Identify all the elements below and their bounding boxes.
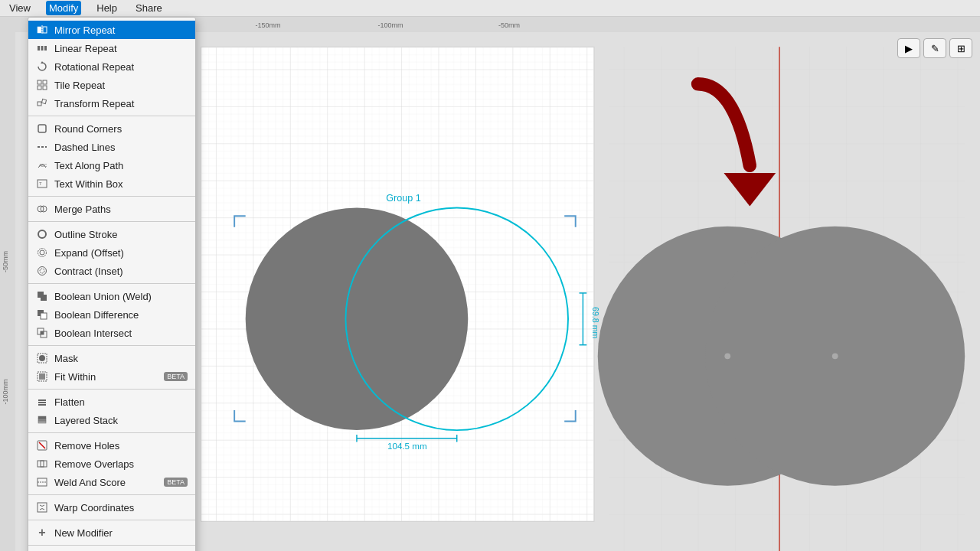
remove-holes-label: Remove Holes	[54, 440, 188, 452]
svg-rect-8	[43, 80, 47, 84]
menu-item-linear-repeat[interactable]: Linear Repeat	[28, 39, 195, 57]
menu-item-fit-within[interactable]: Fit Within BETA	[28, 367, 195, 386]
svg-rect-36	[38, 402, 46, 403]
toolbar-pen-btn[interactable]: ✎	[923, 38, 946, 58]
menu-modify[interactable]: Modify	[46, 1, 81, 15]
svg-point-22	[38, 267, 47, 276]
separator-2	[28, 196, 195, 197]
merge-paths-label: Merge Paths	[54, 204, 188, 215]
transform-repeat-icon	[36, 97, 48, 109]
menu-item-mask[interactable]: Mask	[28, 349, 195, 367]
new-modifier-label: New Modifier	[54, 527, 188, 539]
svg-rect-7	[38, 80, 41, 84]
separator-10	[28, 545, 195, 546]
ruler-left-svg: -50mm -100mm	[0, 17, 15, 551]
contract-inset-icon	[36, 265, 48, 277]
weld-score-icon	[36, 476, 48, 488]
menu-item-round-corners[interactable]: Round Corners	[28, 119, 195, 138]
svg-rect-3	[38, 46, 40, 51]
round-corners-label: Round Corners	[54, 123, 188, 135]
remove-overlaps-icon	[36, 458, 48, 470]
boolean-intersect-label: Boolean Intersect	[54, 328, 188, 339]
separator-1	[28, 116, 195, 116]
menu-item-expand-offset[interactable]: Expand (Offset)	[28, 243, 195, 262]
menu-item-rotational-repeat[interactable]: Rotational Repeat	[28, 57, 195, 76]
fit-within-icon	[36, 370, 48, 383]
svg-rect-37	[38, 404, 46, 406]
new-modifier-icon: +	[36, 527, 48, 539]
mirror-repeat-label: Mirror Repeat	[54, 24, 188, 36]
menu-item-boolean-union[interactable]: Boolean Union (Weld)	[28, 287, 195, 305]
svg-rect-4	[41, 46, 44, 51]
rotational-repeat-label: Rotational Repeat	[54, 61, 188, 73]
menu-item-tile-repeat[interactable]: Tile Repeat	[28, 76, 195, 94]
separator-4	[28, 283, 195, 284]
merge-paths-icon	[36, 203, 48, 215]
modify-dropdown-menu: Mirror Repeat Linear Repeat Rotational R…	[28, 17, 196, 551]
dimension-v-label: 69.8 mm	[591, 307, 600, 339]
fit-within-label: Fit Within	[54, 371, 155, 383]
svg-rect-34	[39, 373, 45, 380]
menu-item-weld-score[interactable]: Weld And Score BETA	[28, 473, 195, 491]
tile-repeat-label: Tile Repeat	[54, 80, 188, 91]
svg-point-32	[39, 355, 45, 361]
menu-item-warp-coordinates[interactable]: Warp Coordinates	[28, 498, 195, 517]
svg-point-75	[724, 353, 730, 359]
boolean-union-label: Boolean Union (Weld)	[54, 291, 188, 302]
menu-item-merge-paths[interactable]: Merge Paths	[28, 200, 195, 218]
svg-rect-0	[38, 27, 41, 33]
svg-rect-11	[38, 102, 41, 106]
outline-stroke-label: Outline Stroke	[54, 229, 188, 240]
dashed-lines-label: Dashed Lines	[54, 142, 188, 153]
toolbar-grid-btn[interactable]: ⊞	[949, 38, 972, 58]
boolean-difference-label: Boolean Difference	[54, 309, 188, 321]
remove-overlaps-label: Remove Overlaps	[54, 458, 188, 470]
mirror-repeat-icon	[36, 24, 48, 36]
menu-share[interactable]: Share	[132, 1, 165, 15]
menu-item-dashed-lines[interactable]: Dashed Lines	[28, 138, 195, 156]
separator-7	[28, 432, 195, 433]
linear-repeat-label: Linear Repeat	[54, 43, 188, 54]
menu-view[interactable]: View	[6, 1, 34, 15]
expand-offset-label: Expand (Offset)	[54, 247, 188, 259]
linear-repeat-icon	[36, 42, 48, 54]
remove-holes-icon	[36, 439, 48, 452]
menu-item-new-modifier[interactable]: + New Modifier	[28, 523, 195, 542]
menu-item-boolean-intersect[interactable]: Boolean Intersect	[28, 324, 195, 342]
svg-text:T: T	[39, 181, 42, 186]
menu-item-mirror-repeat[interactable]: Mirror Repeat	[28, 21, 195, 39]
menu-item-remove-overlaps[interactable]: Remove Overlaps	[28, 455, 195, 473]
rotational-repeat-icon	[36, 60, 48, 73]
svg-rect-12	[41, 99, 46, 103]
flatten-icon	[36, 396, 48, 408]
separator-8	[28, 494, 195, 495]
weld-score-beta-badge: BETA	[164, 478, 188, 487]
svg-rect-5	[44, 46, 47, 51]
menu-item-flatten[interactable]: Flatten	[28, 393, 195, 411]
text-within-box-icon: T	[36, 178, 48, 190]
svg-rect-1	[43, 27, 47, 33]
menu-help[interactable]: Help	[93, 1, 120, 15]
menu-item-contract-inset[interactable]: Contract (Inset)	[28, 262, 195, 280]
svg-point-23	[40, 269, 44, 273]
svg-rect-39	[38, 419, 46, 421]
menu-item-outline-stroke[interactable]: Outline Stroke	[28, 225, 195, 243]
layered-stack-label: Layered Stack	[54, 415, 188, 426]
svg-point-21	[38, 249, 47, 257]
tile-repeat-icon	[36, 79, 48, 91]
menu-item-layered-stack[interactable]: Layered Stack	[28, 411, 195, 429]
menu-item-text-along-path[interactable]: ABC Text Along Path	[28, 156, 195, 174]
menu-item-boolean-difference[interactable]: Boolean Difference	[28, 305, 195, 324]
layered-stack-icon	[36, 414, 48, 426]
separator-5	[28, 345, 195, 346]
boolean-intersect-icon	[36, 327, 48, 339]
round-corners-icon	[36, 122, 48, 135]
dashed-lines-icon	[36, 141, 48, 153]
menu-item-transform-repeat[interactable]: Transform Repeat	[28, 94, 195, 112]
toolbar-play-btn[interactable]: ▶	[897, 38, 920, 58]
svg-rect-47	[38, 503, 47, 512]
text-along-path-label: Text Along Path	[54, 160, 188, 171]
svg-rect-40	[38, 416, 46, 419]
menu-item-remove-holes[interactable]: Remove Holes	[28, 436, 195, 455]
menu-item-text-within-box[interactable]: T Text Within Box	[28, 174, 195, 193]
